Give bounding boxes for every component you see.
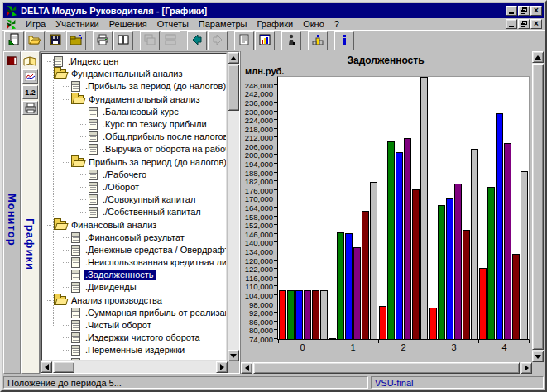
tree-vscroll-thumb[interactable] [228,65,239,111]
tree-item[interactable]: Фундаментальный анализ [42,68,226,80]
chart-horizontal-scrollbar[interactable] [241,362,532,374]
tree-item-label[interactable]: .Балансовый курс [101,107,180,117]
chart-scroll-right-button[interactable] [521,362,532,374]
tree-item[interactable]: .Дивиденды [42,281,226,294]
tree-item[interactable]: ./Совокупный капитал [42,194,226,206]
tree-item[interactable]: .Суммарная прибыль от реализации [42,307,226,319]
tree-item-label[interactable]: .Прибыль за период (до налогов) [84,81,227,92]
tree-item-label[interactable]: Анализ производства [70,295,164,306]
back-arrow-button[interactable] [187,31,207,50]
menu-item-5[interactable]: Графики [252,19,298,29]
chart-scroll-left-button[interactable] [241,362,252,374]
open-folder-button[interactable] [25,31,45,50]
tree-item-label[interactable]: Прибыль за период (до налогов) [87,157,227,168]
tree-item-label[interactable]: .Общ.прибыль после налогов [101,131,227,142]
new-document-button[interactable] [4,31,24,50]
tree-item[interactable]: .Задолженность [42,269,226,281]
chart-scroll-down-button[interactable] [532,351,544,362]
tree-item-label[interactable]: ./Собственный капитал [101,207,203,218]
tree-item-label[interactable]: .Неиспользованная кредитная линия [84,257,227,268]
menu-item-6[interactable]: Окно [298,19,329,29]
tree-item[interactable] [42,357,226,361]
tree-item-label[interactable]: ./Рабочего [101,170,148,180]
menu-item-7[interactable]: ? [329,19,344,29]
tree-vertical-scrollbar[interactable] [228,52,239,361]
tree-item[interactable]: .Прибыль за период (до налогов) [42,80,226,93]
tree-item[interactable]: ./Собственный капитал [42,206,226,218]
chart-vscroll-thumb[interactable] [532,64,544,350]
mdi-child-icon[interactable] [5,19,17,30]
tree-item-label-selected[interactable]: .Задолженность [84,270,156,280]
menu-item-3[interactable]: Отчеты [152,19,194,29]
tree-item-label[interactable]: .Переменные издержки [84,345,186,356]
tree-scroll-left-button[interactable] [41,361,52,373]
y-tick-label: 242,000 [245,89,273,98]
tree-item-label[interactable]: ./Оборот [101,182,141,193]
tree-item-label[interactable]: .Суммарная прибыль от реализации [84,308,227,318]
podium-button[interactable] [308,31,328,50]
tree-item[interactable]: .Индекс цен [42,55,226,68]
menu-item-2[interactable]: Решения [104,19,152,29]
tree-item[interactable]: Прибыль за период (до налогов) [42,156,226,169]
tree-item[interactable]: .Балансовый курс [42,106,226,118]
mini-chart-button[interactable] [22,69,38,84]
tree-item-label[interactable]: .Финансовый результат [84,232,186,243]
chart-scroll-up-button[interactable] [532,51,544,63]
tree-item-label[interactable]: .Чистый оборот [84,320,153,331]
report-button[interactable] [234,31,254,50]
tree-hscroll-thumb[interactable] [53,361,74,373]
tree-horizontal-scrollbar[interactable] [41,361,228,373]
split-window-button[interactable] [113,31,133,50]
tree-item-label[interactable]: Фундаментальный анализ [70,69,185,79]
tree-item[interactable]: .Переменные издержки [42,344,226,356]
print-button[interactable] [93,31,113,50]
tree-item[interactable]: Фундаментальный анализ [42,93,226,106]
chart-window-button[interactable] [255,31,275,50]
open-book-button[interactable] [22,54,38,68]
menu-item-1[interactable]: Участники [50,19,104,29]
charts-tab-label: Графики [24,218,36,270]
tree-item[interactable]: Анализ производства [42,294,226,307]
tree-scroll-right-button[interactable] [216,361,228,373]
child-minimize-button[interactable] [506,19,517,29]
chart-hscroll-thumb[interactable] [253,362,520,374]
save-button[interactable] [46,31,65,50]
tree-scroll-down-button[interactable] [228,350,239,361]
tree-item[interactable]: .Общ.прибыль после налогов [42,131,226,143]
tree-item-label[interactable]: .Дивиденды [84,282,138,293]
menu-item-4[interactable]: Параметры [194,19,252,29]
tree-item[interactable]: ./Оборот [42,181,226,194]
child-restore-button[interactable] [518,19,530,29]
minimize-button[interactable] [506,6,517,16]
side-print-button[interactable] [22,101,38,115]
tree-item[interactable]: Финансовый анализ [42,218,226,231]
tree-scroll-up-button[interactable] [228,52,239,64]
tree-item-label[interactable]: .Денежные средства / Овердрафт кредит [84,245,227,256]
participant-button[interactable] [281,31,301,50]
restore-button[interactable] [518,6,530,16]
tree-item-label[interactable]: Фундаментальный анализ [87,94,202,105]
info-button[interactable] [334,31,354,50]
close-button[interactable]: × [530,6,542,16]
tree-item-label[interactable]: .Курс по тезису прибыли [101,119,209,130]
side-tab-charts[interactable]: 1.2 Графики [21,51,40,374]
tree-item[interactable]: .Выручка от оборота на рабочего [42,143,226,155]
tree-item[interactable]: .Денежные средства / Овердрафт кредит [42,244,226,256]
side-tab-monitor[interactable]: Монитор [3,51,21,374]
tree-item-label[interactable]: .Индекс цен [66,56,120,67]
tree-item-label[interactable]: Финансовый анализ [70,220,158,231]
scale-button[interactable]: 1.2 [22,85,38,99]
tree-item[interactable]: ./Рабочего [42,169,226,181]
tree-item[interactable]: .Издержки чистого оборота [42,332,226,344]
tree-item[interactable]: .Чистый оборот [42,319,226,332]
menu-item-0[interactable]: Игра [21,19,50,29]
tree-item-label[interactable]: ./Совокупный капитал [101,194,197,205]
tree-item[interactable]: .Курс по тезису прибыли [42,118,226,131]
closed-folder-button[interactable] [66,31,86,50]
tree-item[interactable]: .Неиспользованная кредитная линия [42,256,226,269]
tree-item-label[interactable]: .Издержки чистого оборота [84,332,202,343]
child-close-button[interactable]: × [530,19,542,29]
tree-item[interactable]: .Финансовый результат [42,232,226,244]
tree-item-label[interactable]: .Выручка от оборота на рабочего [101,144,227,155]
chart-vertical-scrollbar[interactable] [532,51,544,362]
